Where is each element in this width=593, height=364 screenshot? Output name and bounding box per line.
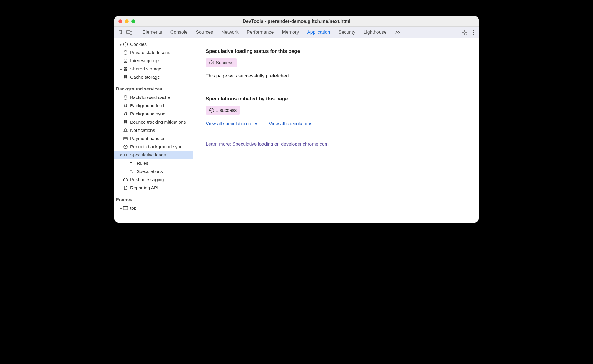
svg-point-15 (124, 120, 127, 122)
window-title: DevTools - prerender-demos.glitch.me/nex… (243, 19, 351, 24)
sidebar-item-label: Bounce tracking mitigations (130, 119, 186, 125)
sidebar-item-label: Background sync (130, 111, 165, 117)
tab-performance[interactable]: Performance (243, 27, 278, 38)
minimize-icon[interactable] (125, 19, 129, 23)
clock-icon (123, 144, 128, 149)
sidebar-item-back-forward-cache[interactable]: ▶ Back/forward cache (114, 93, 193, 102)
tab-lighthouse[interactable]: Lighthouse (359, 27, 391, 38)
sidebar-item-speculations[interactable]: Speculations (114, 167, 193, 176)
bell-icon (123, 128, 128, 133)
svg-point-11 (124, 59, 127, 60)
device-icon[interactable] (126, 30, 133, 36)
zoom-icon[interactable] (131, 19, 135, 23)
link-view-speculations[interactable]: View all speculations (269, 121, 312, 126)
link-view-rules[interactable]: View all speculation rules (206, 121, 258, 126)
cookie-icon (123, 42, 128, 47)
tab-memory[interactable]: Memory (278, 27, 303, 38)
sidebar-item-cookies[interactable]: ▶ Cookies (114, 40, 193, 48)
svg-point-8 (125, 43, 125, 44)
titlebar: DevTools - prerender-demos.glitch.me/nex… (114, 16, 479, 27)
database-icon (123, 120, 128, 124)
sidebar-item-notifications[interactable]: ▶ Notifications (114, 126, 193, 134)
sidebar-item-label: Shared storage (130, 66, 161, 72)
sidebar-item-label: top (130, 205, 137, 211)
svg-point-3 (464, 32, 465, 33)
sidebar-item-speculative-loads[interactable]: ▼ Speculative loads (114, 151, 193, 159)
sidebar-item-label: Push messaging (130, 177, 164, 182)
database-icon (123, 58, 128, 63)
sidebar-section-frames: Frames (114, 194, 193, 204)
tab-sources[interactable]: Sources (192, 27, 217, 38)
sidebar-item-private-state-tokens[interactable]: ▶ Private state tokens (114, 48, 193, 57)
status-badge: Success (206, 58, 237, 67)
svg-rect-2 (130, 31, 132, 35)
sidebar-item-push-messaging[interactable]: ▶ Push messaging (114, 176, 193, 184)
traffic-lights (118, 19, 135, 23)
sidebar-item-label: Interest groups (130, 58, 160, 63)
sidebar-item-interest-groups[interactable]: ▶ Interest groups (114, 57, 193, 65)
sidebar-item-rules[interactable]: Rules (114, 159, 193, 167)
tab-network[interactable]: Network (217, 27, 243, 38)
sidebar-item-background-fetch[interactable]: ▶ Background fetch (114, 102, 193, 110)
database-icon (123, 95, 128, 100)
main-panel: Speculative loading status for this page… (193, 38, 479, 223)
svg-point-7 (124, 43, 128, 46)
document-icon (123, 186, 128, 190)
sidebar-item-label: Cache storage (130, 75, 160, 80)
status-body: This page was successfully prefetched. (206, 73, 466, 79)
database-icon (123, 50, 128, 55)
tab-overflow[interactable] (391, 27, 405, 38)
svg-point-14 (124, 96, 127, 97)
tab-security[interactable]: Security (334, 27, 359, 38)
speculation-links: View all speculation rules · View all sp… (206, 121, 466, 127)
sidebar-item-periodic-sync[interactable]: ▶ Periodic background sync (114, 143, 193, 151)
content: ▶ Cookies ▶ Private state tokens ▶ Inter… (114, 38, 479, 223)
database-icon (123, 67, 128, 71)
chevron-right-icon: ▶ (119, 207, 123, 210)
updown-icon (129, 169, 135, 174)
separator-dot: · (264, 121, 266, 126)
cloud-icon (123, 177, 128, 182)
status-badge-label: Success (216, 60, 233, 65)
tab-console[interactable]: Console (166, 27, 192, 38)
speculations-badge-label: 1 success (216, 108, 237, 113)
updown-icon (129, 161, 135, 166)
svg-point-5 (473, 32, 474, 33)
sidebar-item-label: Cookies (130, 42, 147, 47)
sidebar-item-label: Back/forward cache (130, 95, 170, 100)
svg-point-12 (124, 67, 127, 68)
svg-rect-19 (123, 207, 128, 210)
speculations-badge: 1 success (206, 106, 240, 115)
updown-icon (123, 103, 128, 108)
sidebar-item-cache-storage[interactable]: ▶ Cache storage (114, 73, 193, 81)
tab-bar: Elements Console Sources Network Perform… (138, 27, 405, 38)
sidebar-item-label: Speculations (137, 169, 163, 174)
gear-icon[interactable] (462, 30, 468, 36)
sidebar-item-label: Reporting API (130, 185, 158, 191)
kebab-icon[interactable] (473, 30, 475, 36)
check-circle-icon (209, 60, 214, 65)
chevron-down-icon: ▼ (119, 154, 123, 157)
link-learn-more[interactable]: Learn more: Speculative loading on devel… (206, 141, 329, 146)
close-icon[interactable] (118, 19, 122, 23)
svg-point-13 (124, 75, 127, 77)
svg-rect-16 (124, 137, 127, 140)
sidebar-item-bounce-tracking[interactable]: ▶ Bounce tracking mitigations (114, 118, 193, 126)
status-heading: Speculative loading status for this page (206, 48, 466, 54)
status-panel: Speculative loading status for this page… (193, 38, 479, 86)
sidebar-item-label: Notifications (130, 128, 155, 133)
speculations-heading: Speculations initiated by this page (206, 96, 466, 102)
sidebar-item-label: Speculative loads (130, 152, 166, 158)
updown-icon (123, 153, 128, 157)
tab-elements[interactable]: Elements (138, 27, 166, 38)
sidebar: ▶ Cookies ▶ Private state tokens ▶ Inter… (114, 38, 193, 223)
sidebar-item-top-frame[interactable]: ▶ top (114, 204, 193, 212)
sync-icon (123, 112, 128, 116)
sidebar-item-shared-storage[interactable]: ▶ Shared storage (114, 65, 193, 73)
sidebar-item-background-sync[interactable]: ▶ Background sync (114, 110, 193, 118)
sidebar-section-background-services: Background services (114, 83, 193, 93)
sidebar-item-payment-handler[interactable]: ▶ Payment handler (114, 134, 193, 143)
inspect-icon[interactable] (117, 30, 123, 36)
tab-application[interactable]: Application (303, 27, 334, 38)
sidebar-item-reporting-api[interactable]: ▶ Reporting API (114, 184, 193, 192)
